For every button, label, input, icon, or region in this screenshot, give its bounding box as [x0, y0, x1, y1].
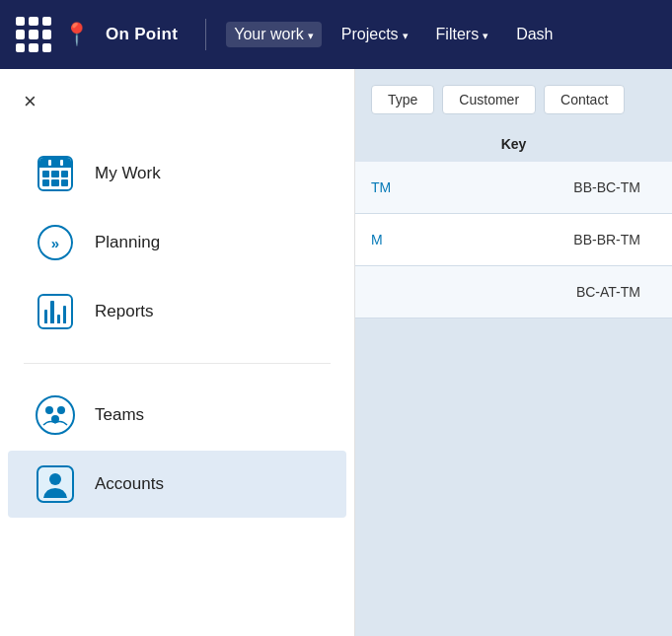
sidebar-item-accounts[interactable]: Accounts	[8, 451, 346, 518]
sidebar: × My Work	[0, 69, 355, 636]
customer-filter-button[interactable]: Customer	[442, 85, 536, 114]
nav-item-your-work[interactable]: Your work ▾	[226, 22, 322, 47]
team-icon	[36, 395, 75, 435]
nav-item-filters[interactable]: Filters ▾	[428, 22, 497, 47]
svg-point-1	[45, 406, 53, 414]
sidebar-item-label: Reports	[95, 302, 154, 321]
row-key: BB-BR-TM	[401, 232, 656, 247]
row-key: BC-AT-TM	[401, 284, 656, 300]
nav-item-dash[interactable]: Dash	[508, 22, 560, 47]
sidebar-item-label: Planning	[95, 233, 160, 252]
column-header-key: Key	[371, 136, 656, 152]
nav-label-projects: Projects	[341, 26, 399, 43]
svg-point-5	[49, 473, 61, 485]
table-row: M BB-BR-TM	[355, 214, 672, 266]
row-key: BB-BC-TM	[401, 179, 656, 195]
chevron-down-icon: ▾	[403, 30, 409, 42]
row-suffix: TM	[371, 179, 401, 195]
sidebar-section-top: My Work » Planning	[0, 130, 354, 355]
grid-menu-icon[interactable]	[16, 17, 51, 52]
calendar-icon	[36, 154, 75, 193]
nav-label-filters: Filters	[436, 26, 480, 43]
chevron-down-icon: ▾	[483, 30, 488, 42]
top-nav: 📍 On Point Your work ▾ Projects ▾ Filter…	[0, 0, 672, 69]
sidebar-divider	[24, 363, 331, 364]
pin-icon: 📍	[63, 22, 90, 47]
close-button[interactable]: ×	[24, 91, 37, 112]
sidebar-section-bottom: Teams Accounts	[0, 372, 354, 528]
table-row: BC-AT-TM	[355, 266, 672, 318]
contact-filter-button[interactable]: Contact	[544, 85, 625, 114]
row-suffix: M	[371, 232, 401, 247]
sidebar-item-my-work[interactable]: My Work	[8, 140, 346, 207]
content-toolbar: Type Customer Contact	[355, 69, 672, 114]
main-layout: × My Work	[0, 69, 672, 636]
table-row: TM BB-BC-TM	[355, 162, 672, 214]
chevron-down-icon: ▾	[308, 30, 314, 42]
sidebar-item-planning[interactable]: » Planning	[8, 209, 346, 276]
sidebar-item-teams[interactable]: Teams	[8, 382, 346, 449]
chevrons-circle-icon: »	[36, 223, 75, 262]
nav-divider	[205, 19, 206, 50]
nav-label-dash: Dash	[516, 26, 553, 43]
svg-point-2	[57, 406, 65, 414]
sidebar-header: ×	[0, 69, 354, 130]
accounts-icon	[36, 464, 75, 504]
sidebar-item-reports[interactable]: Reports	[8, 278, 346, 345]
nav-item-projects[interactable]: Projects ▾	[334, 22, 416, 47]
sidebar-item-label: Teams	[95, 405, 144, 425]
type-filter-button[interactable]: Type	[371, 85, 434, 114]
content-table: Key TM BB-BC-TM M BB-BR-TM BC-AT-TM	[355, 126, 672, 636]
brand-name: On Point	[106, 25, 178, 44]
sidebar-item-label: My Work	[95, 164, 161, 183]
nav-label-your-work: Your work	[234, 26, 304, 43]
table-header-row: Key	[355, 126, 672, 162]
chart-icon	[36, 292, 75, 331]
sidebar-scroll-area[interactable]: My Work » Planning	[0, 130, 354, 636]
sidebar-item-label: Accounts	[95, 474, 164, 494]
content-area: Type Customer Contact Key TM BB-BC-TM M …	[355, 69, 672, 636]
